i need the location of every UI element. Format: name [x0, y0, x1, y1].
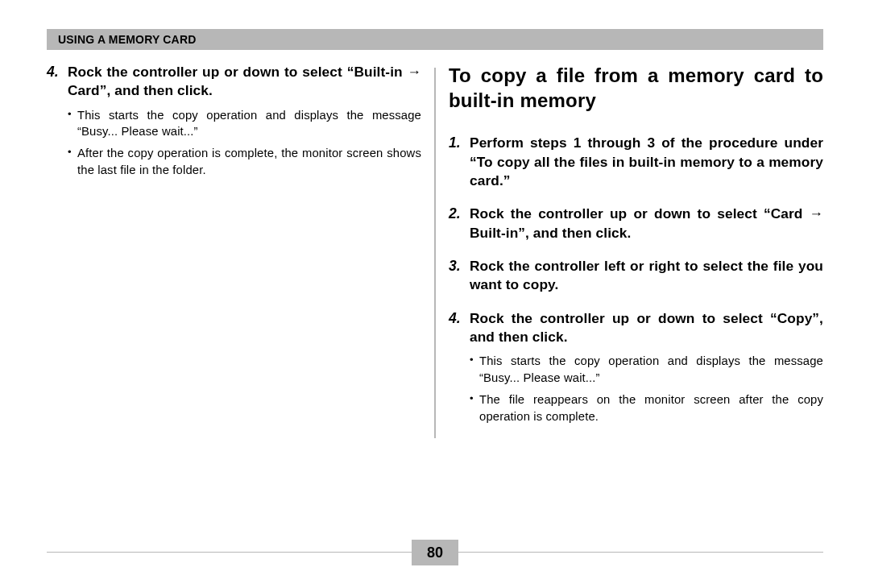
- bullet-item: • This starts the copy operation and dis…: [470, 353, 823, 386]
- right-step-2: 2. Rock the controller up or down to sel…: [449, 205, 823, 242]
- step-text: Rock the controller up or down to select…: [68, 63, 421, 101]
- step-bullets: • This starts the copy operation and dis…: [68, 107, 421, 179]
- left-step-4: 4. Rock the controller up or down to sel…: [47, 63, 421, 179]
- bullet-item: • The file reappears on the monitor scre…: [470, 391, 823, 424]
- step-text: Rock the controller left or right to sel…: [470, 257, 823, 295]
- manual-page: USING A MEMORY CARD 4. Rock the controll…: [0, 0, 870, 588]
- page-number-box: 80: [412, 540, 458, 565]
- bullet-dot-icon: •: [68, 107, 77, 122]
- bullet-item: • This starts the copy operation and dis…: [68, 107, 421, 140]
- step-row: 3. Rock the controller left or right to …: [449, 257, 823, 295]
- section-title: To copy a file from a memory card to bui…: [449, 63, 823, 113]
- step-row: 4. Rock the controller up or down to sel…: [449, 309, 823, 347]
- step-row: 4. Rock the controller up or down to sel…: [47, 63, 421, 101]
- bullet-dot-icon: •: [68, 145, 77, 159]
- step-row: 2. Rock the controller up or down to sel…: [449, 205, 823, 242]
- left-column: 4. Rock the controller up or down to sel…: [47, 63, 434, 438]
- bullet-text: This starts the copy operation and displ…: [77, 107, 421, 140]
- right-step-3: 3. Rock the controller left or right to …: [449, 257, 823, 295]
- right-step-4: 4. Rock the controller up or down to sel…: [449, 309, 823, 425]
- step-number: 1.: [449, 134, 470, 153]
- section-header-bar: USING A MEMORY CARD: [47, 29, 823, 50]
- section-header-text: USING A MEMORY CARD: [58, 33, 197, 46]
- bullet-dot-icon: •: [470, 391, 479, 406]
- step-text: Perform steps 1 through 3 of the procedu…: [470, 134, 823, 190]
- bullet-text: The file reappears on the monitor screen…: [479, 391, 823, 424]
- step-number: 2.: [449, 205, 470, 224]
- bullet-item: • After the copy operation is complete, …: [68, 145, 421, 178]
- bullet-text: After the copy operation is complete, th…: [77, 145, 421, 178]
- step-text: Rock the controller up or down to select…: [470, 309, 823, 347]
- step-row: 1. Perform steps 1 through 3 of the proc…: [449, 134, 823, 190]
- content-columns: 4. Rock the controller up or down to sel…: [47, 63, 823, 438]
- right-column: To copy a file from a memory card to bui…: [436, 63, 823, 438]
- page-number: 80: [427, 545, 443, 561]
- step-text: Rock the controller up or down to select…: [470, 205, 823, 242]
- step-number: 4.: [47, 63, 68, 82]
- bullet-text: This starts the copy operation and displ…: [479, 353, 823, 386]
- right-step-1: 1. Perform steps 1 through 3 of the proc…: [449, 134, 823, 190]
- step-bullets: • This starts the copy operation and dis…: [470, 353, 823, 424]
- step-number: 4.: [449, 309, 470, 329]
- bullet-dot-icon: •: [470, 353, 479, 367]
- step-number: 3.: [449, 257, 470, 276]
